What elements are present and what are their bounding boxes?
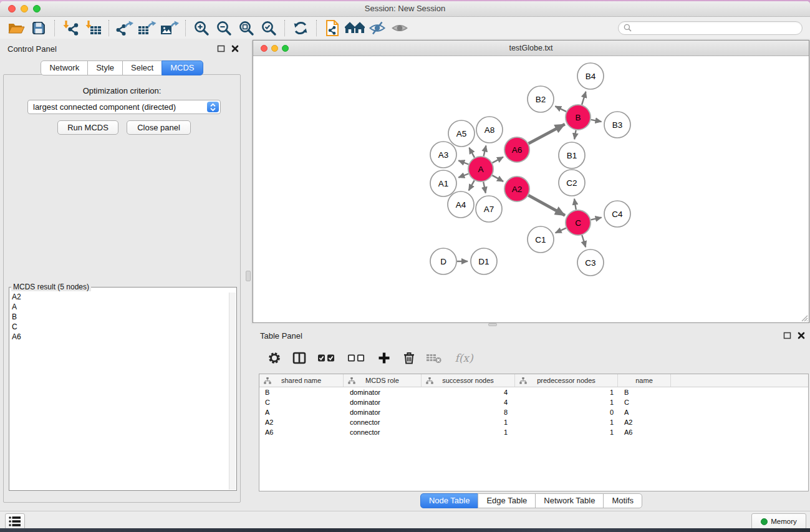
- column-header-shared-name[interactable]: shared name: [259, 374, 344, 387]
- edge-C-C2[interactable]: [574, 199, 576, 210]
- float-panel-icon[interactable]: [783, 331, 791, 339]
- open-file-icon[interactable]: [5, 19, 27, 37]
- edge-C-C1[interactable]: [556, 228, 566, 233]
- hide-graphics-details-eye-slash-icon[interactable]: [366, 19, 388, 37]
- edge-B-B4[interactable]: [582, 92, 586, 105]
- toolbar-separator: [54, 20, 55, 36]
- table-settings-gear-icon[interactable]: [266, 350, 282, 366]
- result-list-item[interactable]: B: [12, 312, 234, 322]
- close-panel-button[interactable]: Close panel: [127, 120, 191, 135]
- tab-motifs[interactable]: Motifs: [603, 493, 642, 508]
- table-row[interactable]: Bdominator41B: [259, 387, 808, 397]
- tab-mcds[interactable]: MCDS: [162, 60, 203, 75]
- run-mcds-button[interactable]: Run MCDS: [57, 120, 118, 135]
- unselect-all-columns-icon[interactable]: [346, 350, 367, 366]
- column-header-name[interactable]: name: [618, 374, 671, 387]
- table-cell: C: [259, 399, 344, 406]
- node-label-D: D: [440, 257, 446, 266]
- details-eye-icon[interactable]: [388, 19, 411, 37]
- zoom-in-icon[interactable]: [190, 19, 213, 37]
- create-column-plus-icon[interactable]: [376, 350, 392, 366]
- resize-grip-icon[interactable]: [799, 313, 808, 322]
- new-network-from-selection-icon[interactable]: [321, 19, 344, 37]
- edge-A6-B[interactable]: [529, 124, 565, 143]
- export-image-icon[interactable]: [158, 19, 181, 37]
- table-cell: 1: [515, 428, 618, 436]
- edge-A-A4[interactable]: [469, 180, 475, 190]
- network-canvas[interactable]: B4B2BB3A8A5A6A3B1AC2A1A2A4A7C4CC1C3DD1: [253, 56, 809, 322]
- edge-A2-C[interactable]: [528, 195, 565, 215]
- column-header-mcds-role[interactable]: MCDS role: [344, 374, 422, 387]
- node-label-C3: C3: [585, 258, 595, 268]
- table-toolbar: f(x): [259, 346, 804, 370]
- memory-button[interactable]: Memory: [751, 513, 806, 528]
- export-table-icon[interactable]: [136, 19, 158, 37]
- node-label-C4: C4: [612, 210, 623, 219]
- edge-A-A3[interactable]: [458, 160, 468, 164]
- close-panel-icon[interactable]: [797, 331, 805, 339]
- edge-A-A5[interactable]: [469, 148, 475, 158]
- edge-A-A8[interactable]: [484, 145, 486, 156]
- edge-A-A2[interactable]: [492, 175, 503, 181]
- edge-A-A7[interactable]: [483, 182, 486, 193]
- title-bar: Session: New Session: [0, 1, 810, 17]
- table-cell: dominator: [344, 399, 422, 406]
- vertical-splitter[interactable]: [244, 39, 253, 511]
- tab-edge-table[interactable]: Edge Table: [478, 493, 536, 508]
- result-list-item[interactable]: A2: [12, 292, 234, 302]
- edge-C-C3[interactable]: [582, 235, 586, 247]
- refresh-layout-icon[interactable]: [289, 19, 312, 37]
- float-panel-icon[interactable]: [217, 44, 225, 52]
- edge-C-C4[interactable]: [591, 218, 602, 220]
- mcds-result-list[interactable]: A2ABCA6: [9, 291, 236, 342]
- function-builder-fx-disabled: f(x): [451, 350, 477, 366]
- import-table-icon[interactable]: [82, 19, 104, 37]
- result-list-item[interactable]: C: [12, 322, 234, 332]
- show-column-icon[interactable]: [291, 350, 307, 366]
- toolbar-separator: [185, 20, 186, 36]
- criterion-dropdown[interactable]: largest connected component (directed): [27, 100, 221, 114]
- search-input[interactable]: [635, 24, 797, 32]
- result-list-item[interactable]: A6: [12, 332, 234, 342]
- edge-B-B2[interactable]: [555, 106, 566, 112]
- table-row[interactable]: Cdominator41C: [259, 397, 808, 407]
- tab-style[interactable]: Style: [87, 60, 123, 75]
- delete-column-trash-icon[interactable]: [401, 350, 417, 366]
- edge-B-B1[interactable]: [574, 130, 576, 140]
- control-panel-tabs: NetworkStyleSelectMCDS: [0, 60, 244, 75]
- export-network-icon[interactable]: [113, 19, 136, 37]
- table-row[interactable]: A2connector11A2: [259, 417, 808, 427]
- zoom-fit-icon[interactable]: [235, 19, 258, 37]
- column-header-successor-nodes[interactable]: successor nodes: [422, 374, 515, 387]
- task-list-icon: [8, 515, 22, 528]
- network-window-titlebar: testGlobe.txt: [253, 41, 809, 56]
- save-session-icon[interactable]: [27, 19, 50, 37]
- criterion-dropdown-value: largest connected component (directed): [33, 102, 176, 112]
- tab-network[interactable]: Network: [41, 60, 88, 75]
- table-cell: 1: [515, 399, 618, 406]
- tab-node-table[interactable]: Node Table: [420, 493, 479, 508]
- console-toggle-button[interactable]: [5, 513, 25, 528]
- import-network-icon[interactable]: [59, 19, 82, 37]
- table-row[interactable]: A6connector11A6: [259, 427, 808, 437]
- network-overview-houses-icon[interactable]: [344, 19, 366, 37]
- select-all-columns-icon[interactable]: [316, 350, 337, 366]
- table-cell: A: [259, 409, 344, 416]
- edge-A-A1[interactable]: [458, 174, 468, 178]
- tab-select[interactable]: Select: [122, 60, 162, 75]
- result-scrollbar[interactable]: [229, 293, 236, 490]
- zoom-out-icon[interactable]: [213, 19, 235, 37]
- column-header-predecessor-nodes[interactable]: predecessor nodes: [515, 374, 618, 387]
- splitter-grabber[interactable]: [246, 271, 251, 281]
- table-cell: dominator: [344, 389, 422, 396]
- table-row[interactable]: Adominator80A: [259, 407, 808, 417]
- node-label-C2: C2: [566, 178, 577, 188]
- zoom-selected-icon[interactable]: [258, 19, 280, 37]
- tab-network-table[interactable]: Network Table: [535, 493, 604, 508]
- search-field[interactable]: [618, 21, 803, 35]
- edge-B-B3[interactable]: [591, 120, 602, 122]
- close-panel-icon[interactable]: [231, 44, 239, 52]
- edge-A-A6[interactable]: [493, 157, 504, 163]
- result-list-item[interactable]: A: [12, 302, 234, 312]
- node-label-B2: B2: [536, 95, 546, 104]
